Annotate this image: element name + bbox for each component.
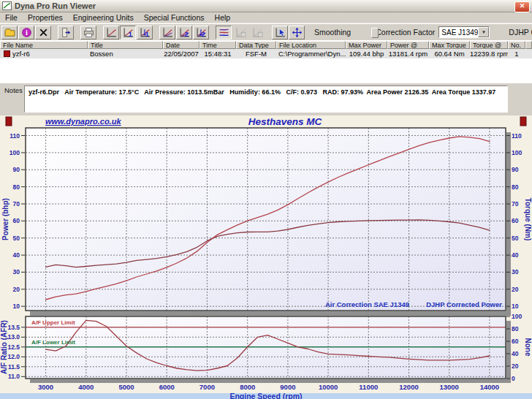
run-file-icon bbox=[4, 50, 10, 57]
none-axis-title: None bbox=[524, 338, 532, 357]
svg-text:2: 2 bbox=[184, 31, 188, 38]
menu-special-functions[interactable]: Special Functions bbox=[139, 13, 210, 22]
cell-time: 15:48:31 bbox=[200, 50, 236, 58]
graph-overlay-2-icon bbox=[232, 26, 248, 39]
cell-date: 22/05/2007 bbox=[163, 50, 200, 58]
main-plot-bg bbox=[26, 128, 506, 311]
svg-text:11000: 11000 bbox=[359, 383, 378, 391]
col-data-type[interactable]: Data Type bbox=[236, 41, 276, 49]
col-title[interactable]: Title bbox=[88, 41, 163, 49]
website-link[interactable]: www.dynapro.co.uk bbox=[45, 117, 121, 126]
svg-text:60: 60 bbox=[512, 338, 519, 345]
svg-text:110: 110 bbox=[10, 132, 20, 140]
svg-text:80: 80 bbox=[512, 183, 519, 191]
svg-text:0: 0 bbox=[512, 375, 515, 382]
svg-text:10: 10 bbox=[512, 303, 519, 310]
graph-1-cursor-icon[interactable]: 1 bbox=[137, 26, 153, 39]
col-date[interactable]: Date bbox=[163, 41, 200, 49]
dropdown-arrow-icon[interactable]: ▼ bbox=[478, 27, 489, 37]
af-upper-limit-label: A/F Upper Limit bbox=[31, 319, 75, 326]
window-title: Dyna Pro Run Viewer bbox=[15, 1, 96, 10]
run-info-icon[interactable]: i bbox=[18, 26, 34, 39]
graph-1-icon[interactable]: 1 bbox=[120, 26, 136, 39]
graph-2-cursor-icon[interactable]: 2 bbox=[193, 26, 209, 39]
svg-text:70: 70 bbox=[13, 200, 20, 208]
main-plot-shadow-right bbox=[506, 132, 511, 315]
cell-torque-at: 12239.8 rpm bbox=[470, 50, 508, 58]
graph-view-icon[interactable] bbox=[103, 26, 119, 39]
col-torque-at[interactable]: Torque @ bbox=[470, 41, 508, 49]
menu-engineering-units[interactable]: Engineering Units bbox=[68, 13, 139, 22]
svg-text:i: i bbox=[26, 28, 28, 36]
svg-text:30: 30 bbox=[512, 268, 519, 276]
af-plot-bg bbox=[26, 316, 506, 379]
svg-text:13.5: 13.5 bbox=[7, 324, 20, 331]
svg-text:13.0: 13.0 bbox=[7, 333, 20, 341]
power-axis-title: Power (bhp) bbox=[1, 198, 10, 240]
col-max-torque[interactable]: Max Torque bbox=[429, 41, 470, 49]
col-file-name[interactable]: File Name bbox=[0, 41, 88, 49]
svg-text:20: 20 bbox=[512, 286, 519, 293]
svg-text:13000: 13000 bbox=[439, 383, 458, 391]
smoothing-slider-thumb[interactable] bbox=[371, 28, 379, 38]
title-bar: Dyna Pro Run Viewer ✕ bbox=[0, 0, 532, 12]
print-icon[interactable] bbox=[80, 26, 96, 39]
col-file-location[interactable]: File Location bbox=[276, 41, 346, 49]
col-time[interactable]: Time bbox=[200, 41, 236, 49]
svg-text:5000: 5000 bbox=[118, 383, 134, 391]
svg-text:50: 50 bbox=[512, 235, 519, 242]
svg-text:110: 110 bbox=[512, 132, 522, 140]
svg-text:100: 100 bbox=[10, 149, 20, 156]
svg-text:80: 80 bbox=[512, 325, 519, 332]
app-window: Dyna Pro Run Viewer ✕ File Properties En… bbox=[0, 0, 532, 399]
cell-file-location: C:\Programmer\Dyn... bbox=[276, 50, 346, 58]
graph-overlay-icon[interactable] bbox=[216, 26, 232, 39]
graph-2-icon[interactable]: 2 bbox=[176, 26, 192, 39]
menu-help[interactable]: Help bbox=[210, 13, 236, 22]
svg-text:6000: 6000 bbox=[159, 383, 175, 391]
exit-icon[interactable] bbox=[58, 26, 74, 39]
menu-properties[interactable]: Properties bbox=[23, 13, 68, 22]
main-plot-shadow-bottom bbox=[30, 311, 511, 316]
svg-text:70: 70 bbox=[512, 200, 519, 208]
col-max-power[interactable]: Max Power bbox=[346, 41, 387, 49]
correction-factor-dropdown[interactable]: SAE J1349 ▼ bbox=[438, 26, 490, 38]
svg-text:90: 90 bbox=[512, 166, 519, 173]
svg-text:60: 60 bbox=[512, 217, 519, 224]
af-lower-limit-label: A/F Lower Limit bbox=[31, 339, 75, 346]
notes-text-box[interactable]: yzf-r6.Dpr Air Temperature: 17.5°C Air P… bbox=[24, 86, 508, 113]
svg-text:4000: 4000 bbox=[78, 383, 94, 391]
svg-text:7000: 7000 bbox=[200, 383, 215, 391]
svg-text:40: 40 bbox=[13, 251, 20, 259]
menu-file[interactable]: File bbox=[0, 13, 23, 22]
svg-text:40: 40 bbox=[512, 350, 519, 357]
air-correction-annotation: Air Correction SAE J1349 bbox=[325, 300, 409, 308]
svg-text:40: 40 bbox=[512, 251, 519, 259]
right-cursor-marker[interactable] bbox=[520, 117, 526, 126]
graph-multi-icon[interactable] bbox=[159, 26, 175, 39]
table-empty-area[interactable] bbox=[0, 58, 532, 83]
svg-text:50: 50 bbox=[13, 235, 20, 242]
svg-text:1: 1 bbox=[128, 31, 132, 38]
col-no[interactable]: No. bbox=[508, 41, 525, 49]
dyno-chart-panel: 1010202030304040505060607070808090901001… bbox=[0, 115, 532, 399]
col-power-at[interactable]: Power @ bbox=[387, 41, 429, 49]
correction-factor-label: Correction Factor bbox=[376, 28, 435, 37]
correction-factor-value: SAE J1349 bbox=[439, 28, 478, 37]
svg-text:20: 20 bbox=[13, 286, 20, 293]
pointer-mode-icon[interactable] bbox=[272, 26, 288, 39]
cell-title: Bossen bbox=[88, 50, 163, 58]
open-run-icon[interactable] bbox=[1, 26, 18, 39]
left-cursor-marker[interactable] bbox=[6, 117, 12, 126]
split-cursor-icon[interactable] bbox=[289, 26, 305, 39]
svg-text:100: 100 bbox=[512, 149, 522, 156]
delete-run-icon[interactable] bbox=[35, 26, 51, 39]
app-icon bbox=[2, 1, 12, 10]
table-row[interactable]: yzf-r6 Bossen 22/05/2007 15:48:31 FSF-M … bbox=[0, 49, 532, 58]
cell-file-name: yzf-r6 bbox=[0, 50, 88, 58]
notes-section: Notes yzf-r6.Dpr Air Temperature: 17.5°C… bbox=[0, 83, 532, 115]
run-table-header: File Name Title Date Time Data Type File… bbox=[0, 41, 532, 49]
svg-text:10: 10 bbox=[13, 303, 20, 310]
close-button[interactable]: ✕ bbox=[514, 1, 530, 12]
djhp-annotation: DJHP Corrected Power bbox=[426, 300, 502, 308]
